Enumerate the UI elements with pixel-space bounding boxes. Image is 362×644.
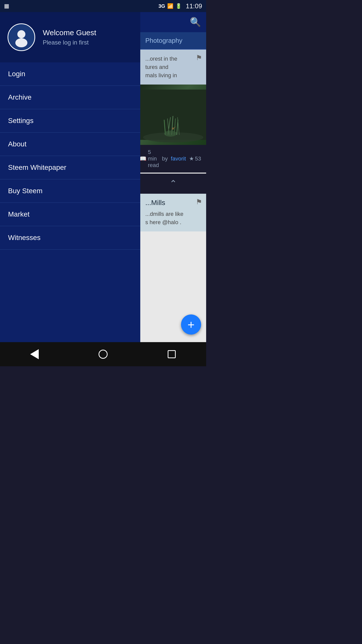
user-info: Welcome Guest Please log in first	[43, 28, 96, 46]
collapse-button[interactable]: ⌃	[140, 174, 206, 194]
nav-home-button[interactable]	[93, 344, 113, 364]
sidebar-header: Welcome Guest Please log in first	[0, 12, 140, 62]
chevron-up-icon: ⌃	[169, 178, 177, 189]
sidebar-item-buy-steem[interactable]: Buy Steem	[0, 179, 140, 203]
author-name: favorit	[171, 155, 186, 162]
author-label: by	[162, 155, 168, 162]
avatar[interactable]	[8, 23, 35, 51]
sidebar-empty-space	[0, 250, 140, 342]
menu-item-label-about: About	[8, 140, 26, 148]
article-image-1	[140, 85, 206, 145]
read-time-label: 5 min read	[148, 149, 159, 169]
recents-icon	[168, 350, 176, 358]
menu-item-label-settings: Settings	[8, 117, 33, 125]
read-time: 📖 5 min read	[140, 149, 159, 169]
content-area: 🔍 Photography ⚑ ...orest in thetures and…	[140, 12, 206, 342]
bottom-nav	[0, 342, 206, 366]
article-excerpt-1: ...orest in thetures andmals living in	[145, 55, 201, 79]
article-meta-1: 📖 5 min read by favorit ★ 53	[140, 145, 206, 173]
article-excerpt-2: ...dmills are likes here @halo .	[145, 210, 201, 226]
notification-icon: ▦	[4, 3, 9, 9]
nav-back-button[interactable]	[24, 344, 44, 364]
menu-item-label-login: Login	[8, 70, 25, 78]
sidebar-drawer: Welcome Guest Please log in first Login …	[0, 12, 140, 342]
svg-point-12	[17, 30, 25, 38]
welcome-text: Welcome Guest	[43, 28, 96, 37]
status-bar: ▦ 3G 📶 🔋 11:09	[0, 0, 206, 12]
menu-item-label-buy-steem: Buy Steem	[8, 187, 42, 195]
sidebar-item-archive[interactable]: Archive	[0, 86, 140, 109]
main-layout: 🔍 Photography ⚑ ...orest in thetures and…	[0, 12, 206, 342]
search-button[interactable]: 🔍	[190, 17, 201, 27]
menu-item-label-archive: Archive	[8, 93, 31, 101]
sidebar-item-login[interactable]: Login	[0, 62, 140, 86]
article-text-area: ⚑ ...orest in thetures andmals living in	[140, 50, 206, 85]
menu-item-label-market: Market	[8, 210, 30, 218]
signal-icon: 📶	[167, 3, 173, 9]
clock: 11:09	[186, 2, 202, 10]
article-card-1: ⚑ ...orest in thetures andmals living in	[140, 50, 206, 173]
network-indicator: 3G	[158, 3, 165, 9]
sidebar-item-steem-whitepaper[interactable]: Steem Whitepaper	[0, 156, 140, 179]
nav-recents-button[interactable]	[162, 344, 182, 364]
flag-button-2[interactable]: ⚑	[196, 198, 202, 206]
star-number: 53	[195, 155, 201, 162]
battery-icon: 🔋	[175, 3, 182, 9]
star-count: ★ 53	[189, 155, 201, 162]
login-prompt: Please log in first	[43, 39, 96, 46]
sidebar-item-witnesses[interactable]: Witnesses	[0, 226, 140, 250]
sidebar-menu: Login Archive Settings About Steem White…	[0, 62, 140, 342]
sidebar-item-settings[interactable]: Settings	[0, 109, 140, 133]
home-icon	[99, 350, 108, 359]
sidebar-item-about[interactable]: About	[0, 133, 140, 156]
menu-item-label-whitepaper: Steem Whitepaper	[8, 164, 66, 172]
content-header: 🔍	[140, 12, 206, 32]
back-icon	[30, 349, 39, 359]
article-title-2: ...Mills	[145, 199, 201, 207]
fab-add-button[interactable]: +	[181, 314, 201, 335]
svg-point-9	[164, 131, 177, 137]
sidebar-item-market[interactable]: Market	[0, 203, 140, 226]
article-image-bg	[140, 85, 206, 145]
flag-button-1[interactable]: ⚑	[196, 54, 202, 62]
fab-label: +	[188, 318, 195, 332]
category-label: Photography	[145, 37, 182, 44]
category-tag: Photography	[140, 32, 206, 50]
menu-item-label-witnesses: Witnesses	[8, 234, 40, 242]
article-card-2: ⚑ ...Mills ...dmills are likes here @hal…	[140, 194, 206, 231]
svg-point-13	[15, 38, 27, 47]
